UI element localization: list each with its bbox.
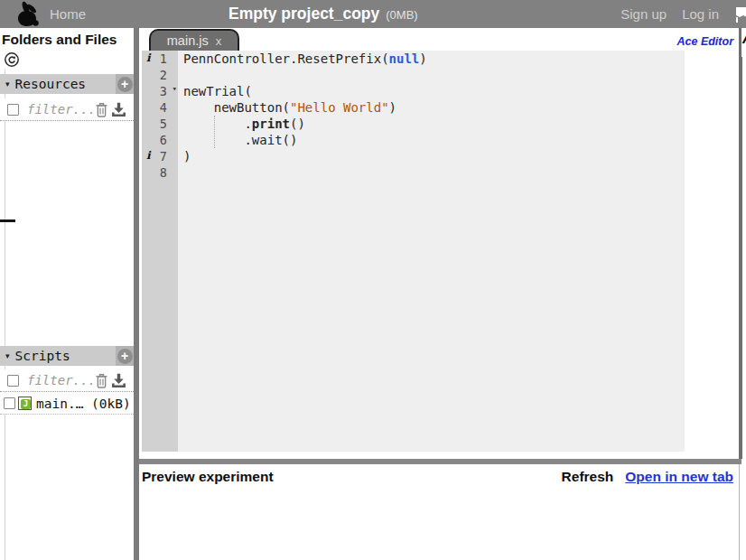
collapse-caret-icon[interactable]: ▾ xyxy=(5,79,10,89)
code-token: ) xyxy=(183,149,191,163)
section-header-resources[interactable]: ▾ Resources + xyxy=(0,74,134,94)
trash-icon[interactable] xyxy=(94,373,109,388)
project-name: Empty project_copy xyxy=(228,5,379,23)
code-token: . xyxy=(183,117,252,131)
section-label: Resources xyxy=(15,77,87,91)
sidebar-heading: Folders and Files xyxy=(2,32,120,48)
sidebar-edge-line xyxy=(5,69,5,560)
app-window: Home Empty project_copy (0MB) Sign up Lo… xyxy=(0,0,746,560)
tab-label: main.js xyxy=(167,33,209,48)
project-size: (0MB) xyxy=(386,8,417,22)
script-file-row[interactable]: J main.… (0kB) xyxy=(0,393,134,415)
gutter-row: i1 xyxy=(142,51,178,67)
sync-refresh-icon[interactable] xyxy=(4,51,20,68)
file-checkbox[interactable] xyxy=(4,397,15,409)
line-number: 8 xyxy=(160,165,167,180)
gutter-row: 2 xyxy=(142,67,178,83)
code-token: ) xyxy=(419,51,426,66)
code-line[interactable]: newTrial( xyxy=(178,83,685,99)
trash-icon[interactable] xyxy=(94,102,109,117)
sidebar: Folders and Files ▾ Resources + xyxy=(0,28,134,560)
flag-icon[interactable] xyxy=(734,6,746,23)
open-new-tab-link[interactable]: Open in new tab xyxy=(625,469,733,485)
gutter-row: 8 xyxy=(142,164,178,181)
ace-editor-link[interactable]: Ace Editor xyxy=(676,35,733,48)
line-number: 6 xyxy=(160,133,167,147)
add-script-button[interactable]: + xyxy=(116,346,134,366)
right-panel-edge xyxy=(739,464,740,560)
info-marker-icon[interactable]: i xyxy=(146,149,151,162)
top-nav-bar: Home Empty project_copy (0MB) Sign up Lo… xyxy=(0,0,746,28)
pcibex-rabbit-logo[interactable] xyxy=(14,1,40,27)
code-editor: i123▾456i78 PennController.ResetPrefix(n… xyxy=(139,51,739,452)
download-icon[interactable] xyxy=(111,373,126,388)
resources-filter-row xyxy=(0,98,134,121)
code-token: "Hello World" xyxy=(290,100,389,115)
scripts-select-all-checkbox[interactable] xyxy=(7,375,19,387)
code-line[interactable]: .print() xyxy=(178,116,685,132)
code-line[interactable] xyxy=(178,164,685,181)
gutter-row: 3▾ xyxy=(142,83,178,99)
editor-code[interactable]: PennController.ResetPrefix(null)newTrial… xyxy=(178,51,685,452)
right-panel-splitter[interactable] xyxy=(739,28,742,459)
home-link[interactable]: Home xyxy=(50,0,86,28)
gutter-row: i7 xyxy=(142,148,178,164)
line-number: 5 xyxy=(160,117,167,131)
info-marker-icon[interactable]: i xyxy=(146,51,151,64)
tab-main-js[interactable]: main.js x xyxy=(149,29,239,51)
gutter-row: 4 xyxy=(142,99,178,116)
scripts-filter-row xyxy=(0,369,134,392)
project-title: Empty project_copy (0MB) xyxy=(228,0,418,28)
download-icon[interactable] xyxy=(111,102,126,117)
code-line[interactable] xyxy=(178,67,685,83)
editor-gutter: i123▾456i78 xyxy=(142,51,178,452)
refresh-button[interactable]: Refresh xyxy=(562,469,614,485)
preview-title: Preview experiment xyxy=(142,469,274,485)
line-number: 2 xyxy=(160,68,167,82)
section-label: Scripts xyxy=(15,349,70,363)
preview-actions: Refresh Open in new tab xyxy=(562,469,739,485)
account-links: Sign up Log in xyxy=(620,0,746,28)
gutter-row: 6 xyxy=(142,132,178,148)
signup-link[interactable]: Sign up xyxy=(620,6,667,22)
gutter-row: 5 xyxy=(142,116,178,132)
file-label: main.… (0kB) xyxy=(36,397,131,411)
code-line[interactable]: PennController.ResetPrefix(null) xyxy=(178,51,685,67)
preview-header: Preview experiment Refresh Open in new t… xyxy=(139,464,739,490)
line-number: 1 xyxy=(160,51,167,66)
indent-guide xyxy=(214,116,215,148)
section-header-scripts[interactable]: ▾ Scripts + xyxy=(0,346,134,366)
sidebar-resize-grip[interactable] xyxy=(0,219,15,222)
resources-filter-input[interactable] xyxy=(27,102,94,117)
plus-icon: + xyxy=(117,77,133,92)
code-line[interactable]: ) xyxy=(178,148,685,164)
code-token: () xyxy=(290,117,305,131)
code-token: newButton( xyxy=(183,100,290,115)
resources-select-all-checkbox[interactable] xyxy=(7,104,19,116)
code-token: .wait() xyxy=(183,133,297,147)
scripts-filter-input[interactable] xyxy=(27,373,94,387)
fold-caret-icon[interactable]: ▾ xyxy=(173,84,177,93)
code-token: PennController.ResetPrefix( xyxy=(183,51,389,66)
code-token: print xyxy=(252,117,290,131)
line-number: 3 xyxy=(160,84,167,98)
line-number: 7 xyxy=(160,149,167,163)
line-number: 4 xyxy=(160,100,167,115)
code-token: newTrial( xyxy=(183,84,252,98)
login-link[interactable]: Log in xyxy=(682,6,719,22)
clipped-right-panel: A xyxy=(741,28,746,57)
code-token: null xyxy=(389,51,420,66)
collapse-caret-icon[interactable]: ▾ xyxy=(5,351,10,360)
tab-close-icon[interactable]: x xyxy=(216,34,222,48)
editor-panel: main.js x Ace Editor i123▾456i78 PennCon… xyxy=(139,28,739,459)
code-line[interactable]: .wait() xyxy=(178,132,685,148)
js-file-icon: J xyxy=(18,397,32,410)
code-line[interactable]: newButton("Hello World") xyxy=(178,99,685,116)
plus-icon: + xyxy=(117,349,133,364)
code-token: ) xyxy=(389,100,396,115)
add-resource-button[interactable]: + xyxy=(116,74,134,94)
